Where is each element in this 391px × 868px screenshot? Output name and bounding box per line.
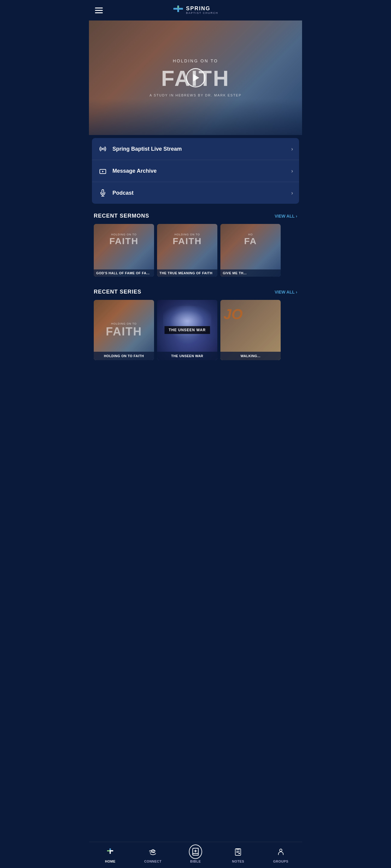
- podcast-label: Podcast: [113, 190, 287, 196]
- series-card-unseen[interactable]: THE UNSEEN WAR THE UNSEEN WAR: [157, 300, 217, 360]
- bible-book-icon: [191, 847, 200, 856]
- sermons-view-all[interactable]: VIEW ALL ›: [275, 214, 297, 218]
- live-stream-item[interactable]: Spring Baptist Live Stream ›: [92, 138, 299, 160]
- series-walking-letter: JO: [223, 306, 243, 322]
- logo: SPRING BAPTIST CHURCH: [173, 5, 218, 16]
- youtube-icon: [98, 166, 108, 176]
- series-faith-inner: HOLDING ON TO FAITH: [94, 300, 154, 360]
- sermon-card-1-label: GOD'S HALL OF FAME OF FA...: [94, 270, 154, 277]
- series-faith-label: HOLDING ON TO FAITH: [94, 352, 154, 360]
- sermon-card-2-label: THE TRUE MEANING OF FAITH: [157, 270, 217, 277]
- nav-bible-circle: [189, 844, 202, 859]
- svg-rect-10: [107, 850, 110, 851]
- nav-home[interactable]: HOME: [101, 845, 119, 863]
- series-view-all[interactable]: VIEW ALL ›: [275, 290, 297, 294]
- sermons-view-all-label: VIEW ALL: [275, 214, 295, 218]
- nav-bible[interactable]: BIBLE: [186, 845, 204, 863]
- series-unseen-label: THE UNSEEN WAR: [157, 352, 217, 360]
- nav-home-label: HOME: [105, 860, 116, 863]
- svg-rect-14: [236, 849, 241, 855]
- recent-sermons-section: RECENT SERMONS VIEW ALL › HOLDING ON TO …: [89, 207, 302, 283]
- series-cards-row: HOLDING ON TO FAITH HOLDING ON TO FAITH …: [94, 300, 297, 363]
- logo-spring: SPRING: [186, 6, 218, 12]
- svg-point-18: [279, 849, 282, 851]
- hero-title: FAITH: [161, 67, 230, 89]
- notes-clipboard-icon: [234, 847, 242, 856]
- series-view-all-label: VIEW ALL: [275, 290, 295, 294]
- sermons-section-header: RECENT SERMONS VIEW ALL ›: [94, 213, 297, 219]
- live-stream-label: Spring Baptist Live Stream: [113, 146, 287, 152]
- quick-links-section: Spring Baptist Live Stream › Message Arc…: [92, 138, 299, 204]
- svg-point-3: [102, 148, 103, 150]
- logo-sub: BAPTIST CHURCH: [186, 12, 218, 15]
- app-header: SPRING BAPTIST CHURCH: [89, 0, 302, 21]
- nav-connect-icon: [146, 845, 159, 858]
- broadcast-icon: [98, 144, 108, 154]
- home-cross-icon: [106, 847, 115, 856]
- svg-rect-2: [178, 6, 179, 8]
- sermon-card-2-inner-big: FAITH: [160, 236, 214, 246]
- sermon-card-3-label: GIVE ME TH...: [220, 270, 281, 277]
- hero-banner: HOLDING ON TO FAITH A STUDY IN HEBREWS B…: [89, 21, 302, 135]
- series-card-walking[interactable]: JO WALKING...: [220, 300, 281, 360]
- bottom-nav: HOME CONNECT BIBLE: [89, 842, 302, 868]
- sermon-card-2[interactable]: HOLDING ON TO FAITH THE TRUE MEANING OF …: [157, 224, 217, 277]
- groups-person-icon: [276, 847, 285, 856]
- hero-study-text: A STUDY IN HEBREWS BY DR. MARK ESTEP: [150, 93, 241, 97]
- series-section-header: RECENT SERIES VIEW ALL ›: [94, 289, 297, 295]
- sermon-card-1-inner-title: HOLDING ON TO: [97, 233, 151, 236]
- message-archive-chevron: ›: [291, 168, 293, 174]
- sermons-section-title: RECENT SERMONS: [94, 213, 149, 219]
- nav-bible-label: BIBLE: [190, 860, 201, 863]
- series-section-title: RECENT SERIES: [94, 289, 141, 295]
- sermon-card-3-content: HO FA: [220, 224, 281, 277]
- microphone-icon: [98, 188, 108, 198]
- nav-notes-icon: [232, 845, 245, 858]
- nav-bible-icon-container: [189, 845, 202, 858]
- logo-cross-icon: [173, 5, 184, 16]
- recent-series-section: RECENT SERIES VIEW ALL › HOLDING ON TO F…: [89, 283, 302, 393]
- live-stream-chevron: ›: [291, 146, 293, 152]
- series-walking-label: WALKING...: [220, 352, 281, 360]
- nav-groups[interactable]: GROUPS: [272, 845, 290, 863]
- hero-subtitle: HOLDING ON TO: [173, 59, 218, 63]
- message-archive-label: Message Archive: [113, 168, 287, 174]
- series-faith-inner-big: FAITH: [106, 325, 142, 338]
- hero-silhouettes: [89, 99, 302, 135]
- series-unseen-badge: THE UNSEEN WAR: [164, 326, 210, 334]
- sermon-card-2-content: HOLDING ON TO FAITH: [157, 224, 217, 277]
- sermon-card-1-content: HOLDING ON TO FAITH: [94, 224, 154, 277]
- nav-groups-label: GROUPS: [273, 860, 289, 863]
- podcast-item[interactable]: Podcast ›: [92, 182, 299, 204]
- hero-content: HOLDING ON TO FAITH A STUDY IN HEBREWS B…: [150, 59, 241, 97]
- podcast-chevron: ›: [291, 190, 293, 196]
- nav-groups-icon: [274, 845, 287, 858]
- message-archive-item[interactable]: Message Archive ›: [92, 160, 299, 182]
- sermon-card-1-inner-big: FAITH: [97, 236, 151, 246]
- sermons-cards-row: HOLDING ON TO FAITH GOD'S HALL OF FAME O…: [94, 224, 297, 280]
- series-card-faith[interactable]: HOLDING ON TO FAITH HOLDING ON TO FAITH: [94, 300, 154, 360]
- nav-notes[interactable]: NOTES: [229, 845, 247, 863]
- connect-handshake-icon: [149, 847, 157, 856]
- nav-connect-label: CONNECT: [144, 860, 161, 863]
- sermon-card-3-inner-title: HO: [223, 233, 278, 236]
- nav-connect[interactable]: CONNECT: [144, 845, 162, 863]
- menu-button[interactable]: [95, 7, 103, 13]
- series-faith-inner-title: HOLDING ON TO: [111, 322, 137, 325]
- series-view-all-chevron: ›: [296, 290, 297, 294]
- sermon-card-3-inner-big: FA: [223, 236, 278, 246]
- nav-home-icon: [104, 845, 117, 858]
- sermon-card-2-inner-title: HOLDING ON TO: [160, 233, 214, 236]
- logo-text: SPRING BAPTIST CHURCH: [186, 6, 218, 15]
- sermons-view-all-chevron: ›: [296, 214, 297, 218]
- svg-rect-9: [110, 848, 111, 850]
- sermon-card-1[interactable]: HOLDING ON TO FAITH GOD'S HALL OF FAME O…: [94, 224, 154, 277]
- nav-notes-label: NOTES: [232, 860, 244, 863]
- sermon-card-3[interactable]: HO FA GIVE ME TH...: [220, 224, 281, 277]
